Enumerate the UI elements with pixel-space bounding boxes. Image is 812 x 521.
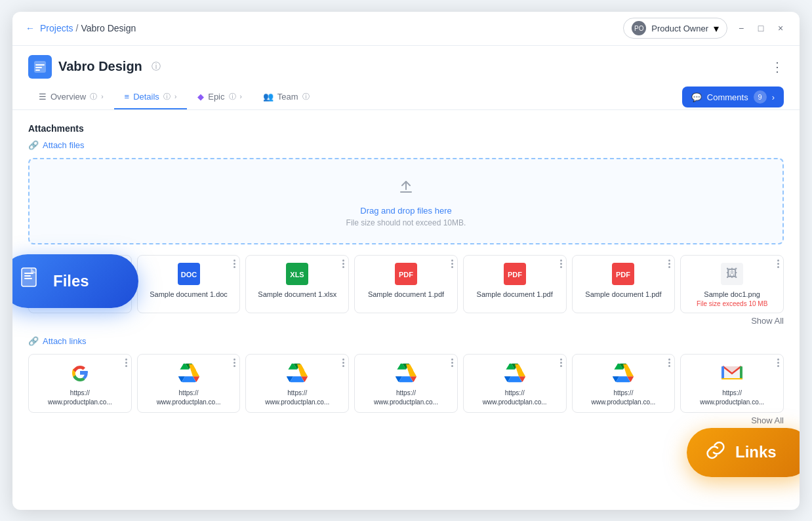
overview-tab-icon: ☰ bbox=[39, 92, 47, 102]
attach-links-link[interactable]: 🔗 Attach links bbox=[28, 336, 784, 346]
link-card[interactable]: https://www.productplan.co... bbox=[572, 354, 676, 413]
tab-arrow: › bbox=[101, 93, 103, 100]
file-card[interactable]: PDF Sample document 1.pdf bbox=[463, 255, 567, 313]
file-name: Sample document 1.doc bbox=[150, 290, 228, 299]
file-more-button[interactable] bbox=[668, 260, 670, 268]
back-button[interactable]: ← bbox=[26, 23, 35, 33]
comments-button[interactable]: 💬 Comments 9 › bbox=[682, 87, 784, 107]
link-url: https://www.productplan.co... bbox=[592, 389, 656, 407]
file-icon: PDF bbox=[394, 262, 418, 286]
comments-arrow-icon: › bbox=[772, 92, 775, 102]
links-pill-icon bbox=[705, 440, 726, 465]
project-icon bbox=[28, 55, 52, 79]
drop-zone-subtext: File size should not exceed 10MB. bbox=[45, 218, 767, 227]
file-card[interactable]: XLS Sample document 1.xlsx bbox=[245, 255, 349, 313]
user-pill[interactable]: PO Product Owner ▾ bbox=[623, 18, 727, 39]
link-more-button[interactable] bbox=[342, 358, 344, 367]
tab-arrow2: › bbox=[174, 93, 176, 100]
files-show-all[interactable]: Show All bbox=[28, 316, 784, 326]
file-card[interactable]: PDF Sample document 1.pdf bbox=[572, 255, 676, 313]
files-pill-label: Files bbox=[53, 272, 89, 290]
project-title-row: Vabro Design ⓘ bbox=[28, 55, 161, 79]
tab-info-icon2: ⓘ bbox=[163, 92, 171, 102]
link-url: https://www.productplan.co... bbox=[265, 389, 329, 407]
link-more-button[interactable] bbox=[233, 358, 235, 367]
link-more-button[interactable] bbox=[560, 358, 562, 367]
minimize-button[interactable]: − bbox=[735, 22, 747, 34]
title-bar-right: PO Product Owner ▾ − □ × bbox=[623, 18, 786, 39]
maximize-button[interactable]: □ bbox=[755, 22, 767, 34]
file-more-button[interactable] bbox=[233, 260, 235, 268]
file-icon: DOC bbox=[177, 262, 201, 286]
tab-arrow3: › bbox=[240, 93, 242, 100]
tab-info-icon4: ⓘ bbox=[302, 92, 310, 102]
link-url: https://www.productplan.co... bbox=[374, 389, 438, 407]
tab-overview[interactable]: ☰ Overview ⓘ › bbox=[28, 85, 114, 109]
tabs-row: ☰ Overview ⓘ › ≡ Details ⓘ › ◆ Epic ⓘ › … bbox=[12, 85, 800, 110]
links-pill: Links bbox=[687, 428, 800, 477]
svg-text:PDF: PDF bbox=[399, 271, 413, 279]
tab-epic[interactable]: ◆ Epic ⓘ › bbox=[187, 85, 253, 109]
link-more-button[interactable] bbox=[777, 358, 779, 367]
file-name: Sample doc1.png bbox=[704, 290, 760, 299]
svg-rect-7 bbox=[24, 275, 31, 277]
file-icon: 🖼 bbox=[720, 262, 744, 286]
user-name: Product Owner bbox=[651, 24, 708, 33]
link-card[interactable]: https://www.productplan.co... bbox=[354, 354, 458, 413]
projects-link[interactable]: Projects bbox=[40, 23, 73, 33]
drop-zone[interactable]: Drag and drop files here File size shoul… bbox=[28, 158, 784, 244]
link-more-button[interactable] bbox=[451, 358, 453, 367]
file-icon: XLS bbox=[285, 262, 309, 286]
file-card[interactable]: DOC Sample document 1.doc bbox=[137, 255, 241, 313]
tab-team-label: Team bbox=[277, 92, 298, 102]
link-grid: https://www.productplan.co... https://ww… bbox=[28, 354, 784, 413]
link-card[interactable]: https://www.productplan.co... bbox=[28, 354, 132, 413]
avatar: PO bbox=[632, 21, 646, 35]
svg-text:DOC: DOC bbox=[180, 271, 197, 279]
image-icon: 🖼 bbox=[721, 263, 743, 285]
attach-links-icon: 🔗 bbox=[28, 336, 39, 346]
link-card[interactable]: https://www.productplan.co... bbox=[245, 354, 349, 413]
attach-files-label: Attach files bbox=[43, 140, 85, 150]
tabs: ☰ Overview ⓘ › ≡ Details ⓘ › ◆ Epic ⓘ › … bbox=[28, 85, 320, 109]
svg-text:PDF: PDF bbox=[616, 271, 630, 279]
link-more-button[interactable] bbox=[668, 358, 670, 367]
link-url: https://www.productplan.co... bbox=[48, 389, 112, 407]
gdrive2-icon bbox=[394, 361, 418, 385]
file-more-button[interactable] bbox=[451, 260, 453, 268]
tab-overview-label: Overview bbox=[51, 92, 86, 102]
file-icon: PDF bbox=[503, 262, 527, 286]
gdrive3-icon bbox=[503, 361, 527, 385]
file-more-button[interactable] bbox=[777, 260, 779, 268]
drop-zone-text: Drag and drop files here bbox=[45, 206, 767, 216]
link-card[interactable]: https://www.productplan.co... bbox=[680, 354, 784, 413]
details-tab-icon: ≡ bbox=[125, 92, 130, 102]
tab-details[interactable]: ≡ Details ⓘ › bbox=[114, 85, 188, 109]
upload-icon bbox=[45, 175, 767, 201]
attachments-section-title: Attachments bbox=[28, 123, 784, 134]
link-card[interactable]: https://www.productplan.co... bbox=[137, 354, 241, 413]
file-name: Sample document 1.pdf bbox=[368, 290, 444, 299]
attach-files-link[interactable]: 🔗 Attach files bbox=[28, 140, 784, 150]
file-more-button[interactable] bbox=[560, 260, 562, 268]
file-card[interactable]: 🖼 Sample doc1.png File size exceeds 10 M… bbox=[680, 255, 784, 313]
svg-rect-22 bbox=[721, 366, 724, 379]
more-options-button[interactable]: ⋮ bbox=[771, 59, 784, 75]
attach-links-label: Attach links bbox=[43, 336, 86, 346]
close-button[interactable]: × bbox=[775, 22, 786, 34]
link-more-button[interactable] bbox=[125, 358, 127, 367]
link-card[interactable]: https://www.productplan.co... bbox=[463, 354, 567, 413]
epic-tab-icon: ◆ bbox=[197, 92, 204, 102]
svg-rect-24 bbox=[721, 378, 742, 379]
comments-badge: 9 bbox=[754, 90, 767, 104]
main-window: ← Projects / Vabro Design PO Product Own… bbox=[12, 12, 800, 510]
project-header: Vabro Design ⓘ ⋮ bbox=[12, 46, 800, 85]
file-more-button[interactable] bbox=[342, 260, 344, 268]
links-show-all[interactable]: Show All bbox=[28, 415, 784, 425]
pdf-icon: PDF bbox=[395, 263, 417, 285]
tab-team[interactable]: 👥 Team ⓘ bbox=[253, 85, 320, 109]
file-card[interactable]: PDF Sample document 1.pdf bbox=[354, 255, 458, 313]
window-controls: − □ × bbox=[735, 22, 786, 34]
svg-rect-2 bbox=[35, 67, 42, 68]
file-icon: PDF bbox=[611, 262, 635, 286]
